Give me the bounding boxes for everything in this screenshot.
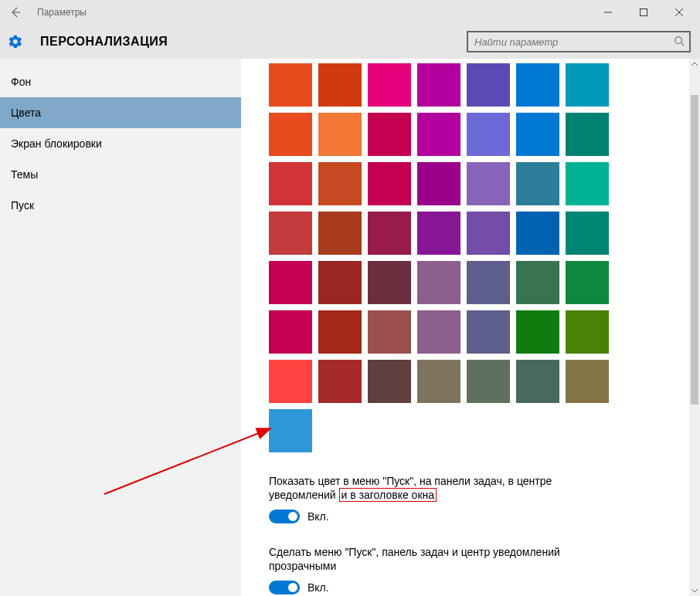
color-swatch[interactable] xyxy=(269,162,312,205)
back-button[interactable] xyxy=(6,3,25,22)
sidebar-item-2[interactable]: Экран блокировки xyxy=(0,128,241,159)
color-swatch[interactable] xyxy=(516,212,559,255)
color-swatch[interactable] xyxy=(417,113,460,156)
color-swatch[interactable] xyxy=(467,63,510,107)
color-swatch[interactable] xyxy=(566,212,609,255)
color-swatch[interactable] xyxy=(566,360,609,403)
scroll-down-button[interactable] xyxy=(689,585,700,596)
color-swatch[interactable] xyxy=(516,63,559,107)
window-title: Параметры xyxy=(37,7,87,18)
option-label: Показать цвет в меню "Пуск", на панели з… xyxy=(269,474,609,502)
content-wrap: Показать цвет в меню "Пуск", на панели з… xyxy=(241,59,700,596)
color-swatch[interactable] xyxy=(368,310,411,354)
label-highlight: и в заголовке окна xyxy=(339,488,437,502)
gear-icon xyxy=(0,34,31,49)
minimize-button[interactable] xyxy=(590,0,626,25)
search-input[interactable] xyxy=(473,36,674,49)
color-swatch[interactable] xyxy=(318,212,362,255)
color-swatch[interactable] xyxy=(318,63,362,107)
search-icon xyxy=(674,36,685,49)
color-swatch[interactable] xyxy=(516,113,559,156)
color-swatch[interactable] xyxy=(318,360,362,403)
color-swatch[interactable] xyxy=(368,261,411,304)
svg-line-6 xyxy=(681,42,685,46)
color-swatch[interactable] xyxy=(269,360,312,403)
body: ФонЦветаЭкран блокировкиТемыПуск Показат… xyxy=(0,59,700,596)
sidebar-item-0[interactable]: Фон xyxy=(0,66,241,97)
color-swatch[interactable] xyxy=(417,63,460,107)
option-show-color: Показать цвет в меню "Пуск", на панели з… xyxy=(269,474,609,523)
color-swatch[interactable] xyxy=(318,261,362,304)
content: Показать цвет в меню "Пуск", на панели з… xyxy=(241,59,671,596)
color-swatch[interactable] xyxy=(368,162,411,205)
toggle-show-color[interactable] xyxy=(269,510,300,523)
color-swatch[interactable] xyxy=(269,113,312,156)
color-grid xyxy=(269,63,671,403)
search-box[interactable] xyxy=(467,31,691,52)
color-swatch[interactable] xyxy=(467,261,510,304)
scroll-track[interactable] xyxy=(689,69,700,585)
maximize-button[interactable] xyxy=(626,0,661,25)
color-swatch[interactable] xyxy=(269,212,312,255)
svg-point-5 xyxy=(675,36,682,43)
color-swatch[interactable] xyxy=(467,310,510,354)
titlebar: Параметры xyxy=(0,0,700,25)
arrow-left-icon xyxy=(9,6,22,19)
color-swatch[interactable] xyxy=(467,212,510,255)
color-swatch[interactable] xyxy=(417,360,460,403)
color-swatch[interactable] xyxy=(566,63,609,107)
color-swatch[interactable] xyxy=(566,261,609,304)
color-swatch[interactable] xyxy=(516,162,559,205)
toggle-transparency[interactable] xyxy=(269,581,300,594)
chevron-down-icon xyxy=(692,588,698,594)
color-swatch[interactable] xyxy=(417,212,460,255)
settings-window: Параметры ПЕРСОНАЛИЗАЦИЯ xyxy=(0,0,700,596)
toggle-state-label: Вкл. xyxy=(308,510,329,523)
color-swatch[interactable] xyxy=(566,310,609,354)
color-swatch[interactable] xyxy=(516,360,559,403)
color-swatch[interactable] xyxy=(417,310,460,354)
color-swatch[interactable] xyxy=(368,113,411,156)
sidebar-item-4[interactable]: Пуск xyxy=(0,190,241,221)
color-swatch[interactable] xyxy=(566,162,609,205)
scrollbar[interactable] xyxy=(689,59,700,596)
close-icon xyxy=(675,8,683,16)
chevron-up-icon xyxy=(692,61,698,67)
color-swatch[interactable] xyxy=(516,310,559,354)
color-swatch[interactable] xyxy=(368,212,411,255)
color-swatch[interactable] xyxy=(467,162,510,205)
color-swatch[interactable] xyxy=(417,261,460,304)
color-swatch[interactable] xyxy=(269,310,312,354)
color-swatch[interactable] xyxy=(467,360,510,403)
color-swatch[interactable] xyxy=(318,113,362,156)
color-swatch[interactable] xyxy=(368,63,411,107)
scroll-thumb[interactable] xyxy=(691,95,698,405)
color-swatch[interactable] xyxy=(318,310,362,354)
maximize-icon xyxy=(640,8,647,16)
color-swatch[interactable] xyxy=(516,261,559,304)
toggle-state-label: Вкл. xyxy=(308,581,329,594)
option-transparency: Сделать меню "Пуск", панель задач и цент… xyxy=(269,545,609,594)
svg-rect-2 xyxy=(641,9,647,16)
color-swatch[interactable] xyxy=(368,360,411,403)
minimize-icon xyxy=(604,8,612,16)
color-swatch[interactable] xyxy=(318,162,362,205)
color-swatch-isolated[interactable] xyxy=(269,409,312,452)
scroll-up-button[interactable] xyxy=(689,59,700,69)
sidebar: ФонЦветаЭкран блокировкиТемыПуск xyxy=(0,59,241,596)
sidebar-item-3[interactable]: Темы xyxy=(0,159,241,190)
color-swatch[interactable] xyxy=(269,261,312,304)
color-swatch[interactable] xyxy=(467,113,510,156)
header: ПЕРСОНАЛИЗАЦИЯ xyxy=(0,25,700,59)
close-button[interactable] xyxy=(661,0,697,25)
section-title: ПЕРСОНАЛИЗАЦИЯ xyxy=(40,35,168,49)
option-label: Сделать меню "Пуск", панель задач и цент… xyxy=(269,545,609,573)
window-controls xyxy=(590,0,697,25)
color-swatch[interactable] xyxy=(566,113,609,156)
color-swatch[interactable] xyxy=(269,63,312,107)
color-swatch[interactable] xyxy=(417,162,460,205)
sidebar-item-1[interactable]: Цвета xyxy=(0,97,241,128)
